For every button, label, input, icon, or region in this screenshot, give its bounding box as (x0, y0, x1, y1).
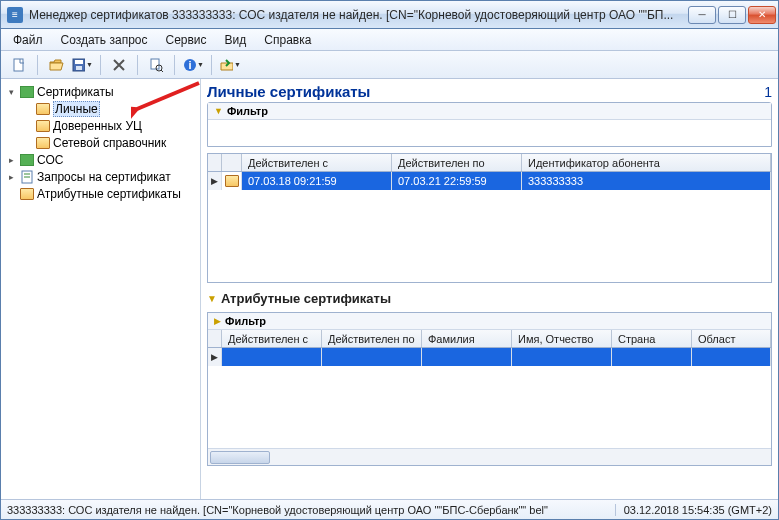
svg-rect-3 (76, 66, 82, 70)
svg-rect-10 (20, 154, 34, 166)
table-row[interactable]: ▶ (208, 348, 771, 366)
export-button[interactable]: ▼ (218, 54, 242, 76)
triangle-down-icon[interactable]: ▼ (214, 106, 223, 116)
tree-node-requests[interactable]: ▸ Запросы на сертификат (1, 168, 200, 185)
certificates-grid: Действителен с Действителен по Идентифик… (207, 153, 772, 283)
tree-node-trusted-ca[interactable]: Доверенных УЦ (1, 117, 200, 134)
collapse-icon[interactable]: ▾ (5, 87, 17, 97)
expand-icon[interactable]: ▸ (5, 155, 17, 165)
tree-node-attribute-certs[interactable]: Атрибутные сертификаты (1, 185, 200, 202)
tree-node-personal[interactable]: Личные (1, 100, 200, 117)
cert-icon (19, 187, 35, 201)
row-indicator-icon: ▶ (208, 348, 222, 366)
svg-text:i: i (188, 59, 191, 71)
folder-open-icon (48, 57, 64, 73)
page-count: 1 (764, 84, 772, 100)
tree-node-crl[interactable]: ▸ СОС (1, 151, 200, 168)
menu-view[interactable]: Вид (217, 31, 255, 49)
col-valid-from[interactable]: Действителен с (242, 154, 392, 171)
svg-rect-2 (75, 60, 83, 64)
tree-label: Личные (53, 101, 100, 117)
maximize-button[interactable]: ☐ (718, 6, 746, 24)
close-button[interactable]: ✕ (748, 6, 776, 24)
tree-node-network-directory[interactable]: Сетевой справочник (1, 134, 200, 151)
menu-service[interactable]: Сервис (157, 31, 214, 49)
cell-subscriber-id: 333333333 (522, 172, 771, 190)
chevron-down-icon: ▼ (197, 61, 204, 68)
row-cert-icon (222, 172, 242, 190)
tree-panel: ▾ Сертификаты Личные Доверенных УЦ Сетев… (1, 79, 201, 499)
horizontal-scrollbar[interactable] (208, 448, 771, 465)
delete-button[interactable] (107, 54, 131, 76)
filter-body[interactable] (208, 120, 771, 146)
info-button[interactable]: i ▼ (181, 54, 205, 76)
status-message: 333333333: СОС издателя не найден. [CN="… (7, 504, 609, 516)
svg-line-6 (161, 70, 163, 72)
main-panel: Личные сертификаты 1 ▼ Фильтр Действител… (201, 79, 778, 499)
tree-label: Атрибутные сертификаты (37, 187, 181, 201)
filter-label: Фильтр (227, 105, 268, 117)
attr-section-title: Атрибутные сертификаты (221, 291, 391, 306)
page-title: Личные сертификаты (207, 83, 370, 100)
filter-label: Фильтр (225, 315, 266, 327)
cell-valid-to: 07.03.21 22:59:59 (392, 172, 522, 190)
menu-help[interactable]: Справка (256, 31, 319, 49)
svg-rect-4 (151, 59, 159, 69)
tree-label: СОС (37, 153, 63, 167)
window-title: Менеджер сертификатов 333333333: СОС изд… (29, 8, 688, 22)
cert-icon (35, 136, 51, 150)
new-button[interactable] (7, 54, 31, 76)
info-icon: i (182, 57, 196, 73)
menu-create-request[interactable]: Создать запрос (53, 31, 156, 49)
cell-valid-from: 07.03.18 09:21:59 (242, 172, 392, 190)
preview-button[interactable] (144, 54, 168, 76)
col-valid-to[interactable]: Действителен по (392, 154, 522, 171)
document-icon (11, 57, 27, 73)
floppy-icon (71, 57, 85, 73)
triangle-right-icon[interactable]: ▶ (214, 316, 221, 326)
folder-cert-icon (19, 85, 35, 99)
cert-icon (35, 102, 51, 116)
svg-rect-9 (20, 86, 34, 98)
request-icon (19, 170, 35, 184)
tree-label: Запросы на сертификат (37, 170, 171, 184)
crl-icon (19, 153, 35, 167)
menubar: Файл Создать запрос Сервис Вид Справка (1, 29, 778, 51)
filter-panel: ▼ Фильтр (207, 102, 772, 147)
status-time: 03.12.2018 15:54:35 (GMT+2) (615, 504, 772, 516)
window-titlebar: ≡ Менеджер сертификатов 333333333: СОС и… (1, 1, 778, 29)
tree-node-certificates[interactable]: ▾ Сертификаты (1, 83, 200, 100)
table-row[interactable]: ▶ 07.03.18 09:21:59 07.03.21 22:59:59 33… (208, 172, 771, 190)
triangle-down-icon[interactable]: ▼ (207, 293, 217, 304)
col-subscriber-id[interactable]: Идентификатор абонента (522, 154, 771, 171)
minimize-button[interactable]: ─ (688, 6, 716, 24)
app-icon: ≡ (7, 7, 23, 23)
col-region[interactable]: Област (692, 330, 771, 347)
chevron-down-icon: ▼ (234, 61, 241, 68)
tree-label: Доверенных УЦ (53, 119, 142, 133)
status-bar: 333333333: СОС издателя не найден. [CN="… (1, 499, 778, 519)
tree-label: Сертификаты (37, 85, 114, 99)
magnifier-page-icon (148, 57, 164, 73)
col-name[interactable]: Имя, Отчество (512, 330, 612, 347)
expand-icon[interactable]: ▸ (5, 172, 17, 182)
open-button[interactable] (44, 54, 68, 76)
col-valid-to[interactable]: Действителен по (322, 330, 422, 347)
svg-rect-0 (14, 59, 23, 71)
delete-x-icon (112, 58, 126, 72)
folder-export-icon (219, 57, 233, 73)
col-surname[interactable]: Фамилия (422, 330, 512, 347)
col-valid-from[interactable]: Действителен с (222, 330, 322, 347)
chevron-down-icon: ▼ (86, 61, 93, 68)
col-country[interactable]: Страна (612, 330, 692, 347)
menu-file[interactable]: Файл (5, 31, 51, 49)
attribute-certs-grid: ▶ Фильтр Действителен с Действителен по … (207, 312, 772, 466)
toolbar: ▼ i ▼ ▼ (1, 51, 778, 79)
tree-label: Сетевой справочник (53, 136, 166, 150)
row-indicator-icon: ▶ (208, 172, 222, 190)
cert-icon (35, 119, 51, 133)
save-button[interactable]: ▼ (70, 54, 94, 76)
